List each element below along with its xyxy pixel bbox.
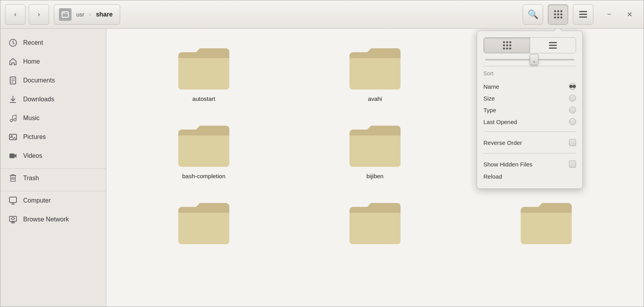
svg-point-26 bbox=[12, 217, 14, 220]
pictures-icon bbox=[8, 132, 18, 142]
file-item-9[interactable] bbox=[465, 195, 628, 254]
sidebar-label-music: Music bbox=[23, 115, 40, 122]
list-toggle-icon bbox=[549, 42, 557, 49]
view-options-popup: Sort Name Size Type Last Opened bbox=[477, 31, 583, 189]
music-icon bbox=[8, 113, 18, 123]
recent-icon bbox=[8, 38, 18, 48]
reverse-order-checkbox[interactable] bbox=[569, 139, 576, 146]
documents-icon bbox=[8, 76, 18, 85]
zoom-handle[interactable] bbox=[530, 54, 538, 65]
sort-size-label: Size bbox=[483, 95, 495, 102]
sort-size-radio[interactable] bbox=[569, 95, 576, 102]
path-icon bbox=[59, 8, 71, 21]
sidebar: Recent Home bbox=[0, 29, 106, 307]
file-item-8[interactable] bbox=[293, 195, 457, 254]
divider-2 bbox=[483, 132, 576, 132]
file-name-autostart: autostart bbox=[192, 95, 215, 102]
svg-rect-12 bbox=[9, 134, 16, 140]
svg-point-2 bbox=[63, 12, 64, 13]
sidebar-item-home[interactable]: Home bbox=[0, 52, 106, 71]
path-usr[interactable]: usr bbox=[74, 10, 87, 18]
sort-type-radio[interactable] bbox=[569, 106, 576, 113]
show-hidden-label: Show Hidden Files bbox=[483, 161, 532, 168]
zoom-track bbox=[485, 59, 574, 60]
sidebar-label-documents: Documents bbox=[23, 77, 55, 84]
sidebar-item-pictures[interactable]: Pictures bbox=[0, 128, 106, 146]
sidebar-item-music[interactable]: Music bbox=[0, 109, 106, 128]
zoom-slider-container bbox=[483, 59, 576, 60]
sort-size-option[interactable]: Size bbox=[483, 92, 576, 104]
show-hidden-checkbox[interactable] bbox=[569, 161, 576, 168]
divider-3 bbox=[483, 153, 576, 154]
list-icon bbox=[579, 11, 587, 18]
show-hidden-option[interactable]: Show Hidden Files bbox=[483, 157, 576, 171]
sidebar-label-trash: Trash bbox=[23, 175, 39, 182]
svg-rect-24 bbox=[11, 222, 15, 223]
list-view-button[interactable] bbox=[573, 4, 593, 25]
divider-1 bbox=[483, 66, 576, 66]
sort-name-label: Name bbox=[483, 83, 499, 90]
sort-type-label: Type bbox=[483, 107, 496, 113]
path-share[interactable]: share bbox=[93, 10, 115, 19]
search-icon: 🔍 bbox=[528, 9, 538, 20]
trash-icon bbox=[8, 174, 18, 183]
sidebar-label-recent: Recent bbox=[23, 39, 43, 46]
file-item-bijiben[interactable]: bijiben bbox=[293, 118, 457, 183]
sort-last-opened-label: Last Opened bbox=[483, 119, 517, 125]
popup-arrow bbox=[553, 29, 563, 31]
forward-button[interactable]: › bbox=[29, 4, 49, 25]
sidebar-item-downloads[interactable]: Downloads bbox=[0, 90, 106, 109]
sidebar-label-downloads: Downloads bbox=[23, 96, 54, 103]
reverse-order-option[interactable]: Reverse Order bbox=[483, 136, 576, 149]
main-content: Recent Home bbox=[0, 29, 644, 307]
reload-label: Reload bbox=[483, 173, 502, 180]
sidebar-label-pictures: Pictures bbox=[23, 133, 46, 141]
file-item-autostart[interactable]: autostart bbox=[122, 40, 285, 106]
file-name-avahi: avahi bbox=[368, 95, 382, 102]
sort-type-option[interactable]: Type bbox=[483, 104, 576, 116]
sidebar-label-network: Browse Network bbox=[23, 216, 69, 223]
file-item-bash-completion[interactable]: bash-completion bbox=[122, 118, 285, 183]
close-button[interactable]: ✕ bbox=[620, 4, 639, 25]
sort-name-option[interactable]: Name bbox=[483, 80, 576, 92]
window-controls: − ✕ bbox=[600, 4, 639, 25]
sidebar-label-computer: Computer bbox=[23, 197, 51, 204]
home-icon bbox=[8, 57, 18, 66]
svg-rect-20 bbox=[9, 197, 16, 203]
search-button[interactable]: 🔍 bbox=[523, 4, 543, 25]
back-button[interactable]: ‹ bbox=[5, 4, 26, 25]
sidebar-item-network[interactable]: Browse Network bbox=[0, 210, 106, 229]
minimize-button[interactable]: − bbox=[600, 4, 618, 25]
svg-rect-1 bbox=[62, 13, 68, 14]
grid-view-button[interactable] bbox=[548, 4, 568, 25]
sort-last-opened-radio[interactable] bbox=[569, 118, 576, 125]
file-item-7[interactable] bbox=[122, 195, 285, 254]
svg-point-10 bbox=[10, 119, 13, 122]
grid-icon bbox=[554, 10, 562, 18]
svg-rect-23 bbox=[9, 216, 16, 221]
sidebar-item-trash[interactable]: Trash bbox=[0, 168, 106, 188]
reload-button[interactable]: Reload bbox=[483, 171, 576, 182]
sidebar-item-videos[interactable]: Videos bbox=[0, 146, 106, 165]
sidebar-item-recent[interactable]: Recent bbox=[0, 33, 106, 52]
svg-point-11 bbox=[14, 119, 16, 121]
reverse-order-label: Reverse Order bbox=[483, 139, 522, 146]
file-manager-window: ‹ › usr › share 🔍 bbox=[0, 0, 644, 307]
titlebar: ‹ › usr › share 🔍 bbox=[0, 0, 644, 29]
sidebar-item-computer[interactable]: Computer bbox=[0, 191, 106, 210]
file-area: autostart avahi awk bbox=[106, 29, 644, 307]
list-toggle-button[interactable] bbox=[530, 38, 576, 53]
file-item-avahi[interactable]: avahi bbox=[293, 40, 457, 106]
sidebar-item-documents[interactable]: Documents bbox=[0, 71, 106, 90]
sidebar-label-videos: Videos bbox=[23, 152, 42, 159]
grid-toggle-button[interactable] bbox=[484, 38, 530, 53]
sidebar-label-home: Home bbox=[23, 58, 40, 65]
sort-last-opened-option[interactable]: Last Opened bbox=[483, 116, 576, 128]
sort-name-radio[interactable] bbox=[569, 83, 576, 90]
file-name-bash-completion: bash-completion bbox=[182, 173, 225, 179]
svg-point-3 bbox=[64, 12, 65, 13]
network-icon bbox=[8, 215, 18, 224]
grid-toggle-icon bbox=[503, 41, 511, 49]
computer-icon bbox=[8, 196, 18, 205]
view-toggle bbox=[483, 37, 576, 53]
